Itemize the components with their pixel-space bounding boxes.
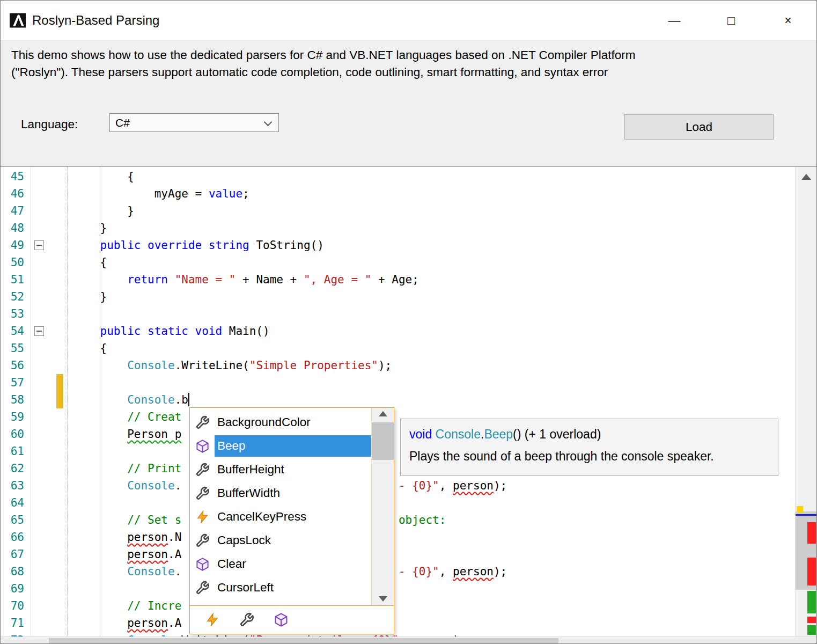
minimize-button[interactable]: — [646, 1, 703, 40]
code-line[interactable]: 50 { [1, 254, 816, 271]
line-number: 57 [1, 374, 24, 391]
completion-label: BufferHeight [215, 459, 371, 480]
code-text[interactable]: public override string ToString() [73, 237, 324, 254]
code-line[interactable]: 63 Console. - {0}", person); [1, 477, 816, 494]
completion-popup: BackgroundColorBeepBufferHeightBufferWid… [189, 407, 394, 634]
fold-toggle[interactable] [34, 240, 44, 250]
completion-item[interactable]: CursorLeft [190, 576, 371, 599]
filter-method-button[interactable] [274, 612, 289, 627]
code-line[interactable]: 49 public override string ToString() [1, 237, 816, 254]
code-text[interactable]: Console.WriteLine("Simple Properties"); [73, 357, 392, 374]
code-text[interactable]: person.A [73, 546, 181, 563]
app-window: Roslyn-Based Parsing — □ × This demo sho… [0, 0, 817, 644]
code-text[interactable]: person.N [73, 529, 181, 546]
scroll-up-icon[interactable] [379, 411, 387, 416]
tooltip-signature: void Console.Beep() (+ 1 overload) [409, 426, 769, 442]
completion-item[interactable]: BufferHeight [190, 458, 371, 481]
editor-vscrollbar[interactable] [795, 167, 816, 636]
app-icon [8, 11, 27, 30]
scroll-annotation [807, 617, 816, 623]
code-line[interactable]: 53 [1, 305, 816, 323]
code-line[interactable]: 70 // Incre [1, 597, 816, 614]
filter-property-button[interactable] [239, 612, 254, 627]
code-text[interactable]: public static void Main() [73, 323, 270, 340]
line-number: 55 [1, 340, 24, 357]
property-icon [195, 463, 210, 477]
completion-item[interactable]: CapsLock [190, 529, 371, 552]
code-line[interactable]: 57 [1, 374, 816, 391]
scroll-up-icon[interactable] [801, 174, 811, 180]
language-select[interactable]: C# [109, 113, 279, 132]
code-line[interactable]: 58 Console.b [1, 391, 816, 408]
window-controls: — □ × [646, 1, 816, 40]
fold-toggle[interactable] [34, 326, 44, 336]
chevron-down-icon [264, 118, 273, 127]
completion-scroll-thumb[interactable] [372, 422, 394, 460]
editor-hscrollbar[interactable] [1, 636, 816, 644]
maximize-button[interactable]: □ [703, 1, 760, 40]
line-number: 61 [1, 443, 24, 460]
scroll-down-icon[interactable] [379, 596, 387, 602]
code-line[interactable]: 64 [1, 494, 816, 511]
hscroll-thumb[interactable] [49, 638, 558, 644]
completion-item[interactable]: BufferWidth [190, 481, 371, 505]
completion-item[interactable]: Beep [190, 434, 371, 458]
code-text[interactable]: { [73, 254, 107, 271]
code-line[interactable]: 65 // Set s object: [1, 511, 816, 529]
code-text[interactable]: } [73, 288, 107, 305]
code-text[interactable]: return "Name = " + Name + ", Age = " + A… [73, 271, 419, 288]
change-marker [56, 391, 63, 408]
filter-event-button[interactable] [205, 612, 220, 627]
completion-list[interactable]: BackgroundColorBeepBufferHeightBufferWid… [190, 408, 371, 605]
completion-item[interactable]: BackgroundColor [190, 411, 371, 434]
code-line[interactable]: 45 { [1, 168, 816, 185]
code-line[interactable]: 68 Console. - {0}", person); [1, 563, 816, 580]
line-number: 45 [1, 168, 24, 185]
line-number: 69 [1, 580, 24, 597]
code-text[interactable]: { [73, 168, 134, 185]
code-line[interactable]: 47 } [1, 202, 816, 219]
property-icon [195, 581, 210, 595]
title-bar[interactable]: Roslyn-Based Parsing — □ × [1, 1, 816, 41]
line-number: 58 [1, 391, 24, 408]
code-line[interactable]: 67 person.A [1, 546, 816, 563]
code-text[interactable]: // Print [73, 460, 181, 477]
completion-scrollbar[interactable] [371, 408, 394, 605]
code-line[interactable]: 66 person.N [1, 529, 816, 546]
completion-label: CancelKeyPress [215, 506, 371, 528]
code-text[interactable]: } [73, 219, 107, 237]
property-icon [195, 533, 210, 548]
completion-label: BufferWidth [215, 482, 371, 504]
code-line[interactable]: 54 public static void Main() [1, 323, 816, 340]
load-button[interactable]: Load [624, 114, 774, 140]
close-button[interactable]: × [760, 1, 816, 40]
line-number: 50 [1, 254, 24, 271]
completion-item[interactable]: CancelKeyPress [190, 505, 371, 529]
line-number: 70 [1, 597, 24, 614]
code-text[interactable]: myAge = value; [73, 185, 249, 202]
line-number: 49 [1, 237, 24, 254]
code-text[interactable]: person.A [73, 614, 181, 632]
code-line[interactable]: 52 } [1, 288, 816, 305]
code-text[interactable]: // Incre [73, 597, 181, 614]
code-text[interactable]: { [73, 340, 107, 357]
code-line[interactable]: 55 { [1, 340, 816, 357]
tooltip-description: Plays the sound of a beep through the co… [409, 448, 769, 464]
language-label: Language: [21, 118, 78, 131]
code-line[interactable]: 56 Console.WriteLine("Simple Properties"… [1, 357, 816, 374]
scroll-annotation [807, 591, 816, 613]
code-text[interactable]: Person p [73, 426, 181, 443]
code-line[interactable]: 69 [1, 580, 816, 597]
code-line[interactable]: 51 return "Name = " + Name + ", Age = " … [1, 271, 816, 288]
code-text[interactable]: } [73, 202, 134, 219]
code-text[interactable]: // Creat [73, 408, 181, 426]
text-caret [188, 393, 189, 406]
code-line[interactable]: 71 person.A [1, 614, 816, 632]
code-text[interactable]: Console.b [73, 391, 189, 408]
code-line[interactable]: 48 } [1, 219, 816, 237]
completion-item[interactable]: Clear [190, 552, 371, 576]
scroll-annotation [807, 558, 816, 586]
code-line[interactable]: 46 myAge = value; [1, 185, 816, 202]
method-icon [195, 557, 210, 572]
code-editor[interactable]: 45 {46 myAge = value;47 }48 }49 public o… [1, 166, 816, 644]
